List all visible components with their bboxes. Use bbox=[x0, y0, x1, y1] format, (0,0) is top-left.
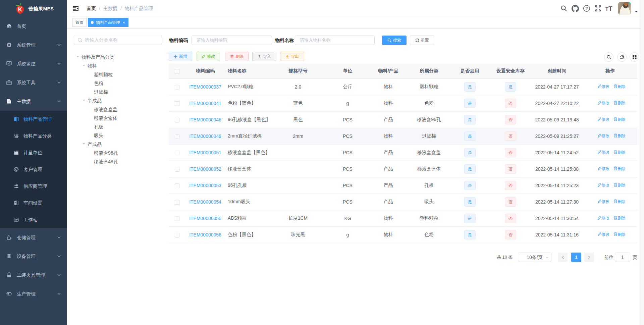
svg-text:T: T bbox=[605, 6, 608, 12]
svg-text:T: T bbox=[608, 5, 612, 12]
svg-text:?: ? bbox=[586, 6, 588, 11]
svg-text:2F: 2F bbox=[15, 202, 16, 204]
svg-text:K: K bbox=[18, 6, 22, 13]
